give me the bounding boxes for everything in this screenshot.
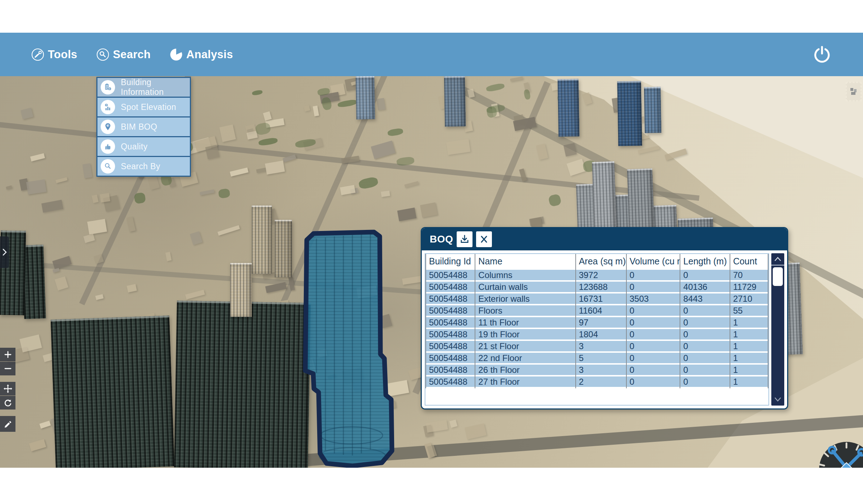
table-cell: 5 <box>576 353 626 365</box>
map-decor <box>340 185 355 195</box>
map-decor <box>295 138 316 148</box>
table-cell: 50054488 <box>426 376 475 388</box>
map-decor <box>19 178 29 191</box>
bottom-margin <box>0 468 863 504</box>
map-decor <box>148 176 160 190</box>
map-decor <box>41 200 63 213</box>
map-decor <box>420 203 437 218</box>
map-decor <box>35 258 43 272</box>
thumbs-up-icon <box>101 139 115 154</box>
menu-item-spot-elevation[interactable]: Spot Elevation <box>97 98 190 116</box>
map-decor <box>82 163 92 179</box>
table-cell: 0 <box>680 341 729 353</box>
map-decor <box>560 116 567 131</box>
table-cell: 11604 <box>576 305 626 317</box>
map-decor <box>56 177 68 183</box>
table-row[interactable]: 50054488Curtain walls12368804013611729 <box>426 282 768 293</box>
rotate-button[interactable] <box>0 396 15 410</box>
map-decor <box>284 392 291 399</box>
extent-grid-glyph <box>850 87 858 96</box>
map-decor <box>464 120 473 132</box>
table-cell: 55 <box>730 305 768 317</box>
table-cell: 0 <box>627 365 680 376</box>
map-decor <box>519 168 527 181</box>
map-decor <box>381 190 390 197</box>
map-decor <box>288 277 295 291</box>
pan-button[interactable] <box>0 382 15 396</box>
pan-icon <box>3 384 13 393</box>
table-row[interactable]: 50054488Exterior walls16731350384432710 <box>426 293 768 305</box>
map-decor <box>402 276 421 285</box>
sidebar-collapse-tab[interactable] <box>0 236 9 268</box>
table-row[interactable]: 5005448822 nd Floor5001 <box>426 353 768 365</box>
map-decor <box>376 98 386 110</box>
nav-item-analysis[interactable]: Analysis <box>169 48 233 61</box>
map-decor <box>665 148 687 160</box>
map-decor <box>282 154 296 163</box>
map-decor <box>444 76 466 126</box>
map-decor <box>638 146 659 154</box>
map-decor <box>219 125 236 142</box>
table-cell: 0 <box>627 376 680 388</box>
map-decor <box>486 83 505 92</box>
map-decor <box>467 89 475 98</box>
table-row[interactable]: 5005448827 th Floor2001 <box>426 376 768 388</box>
scroll-down-button[interactable] <box>771 393 784 406</box>
map-decor <box>134 192 146 204</box>
map-decor <box>353 380 370 392</box>
compass-navigator[interactable] <box>817 435 863 468</box>
map-decor <box>404 181 419 188</box>
nav-label: Analysis <box>186 48 233 61</box>
map-decor <box>304 105 310 111</box>
table-cell: 0 <box>680 329 729 341</box>
map-decor <box>148 355 164 365</box>
menu-item-search-by[interactable]: Search By <box>97 157 190 176</box>
table-row[interactable]: 5005448819 th Floor1804001 <box>426 329 768 341</box>
table-cell: 26 th Floor <box>475 365 575 376</box>
table-cell: 40136 <box>680 282 729 293</box>
table-row[interactable]: 50054488Columns39720070 <box>426 270 768 282</box>
map-decor <box>486 106 498 118</box>
nav-item-search[interactable]: Search <box>96 48 151 61</box>
table-cell: 16731 <box>576 293 626 305</box>
table-cell: 8443 <box>680 293 729 305</box>
map-decor <box>247 128 254 135</box>
table-row[interactable]: 5005448811 th Floor97001 <box>426 317 768 329</box>
map-decor <box>389 401 396 409</box>
map-decor <box>427 445 437 458</box>
table-cell: 2 <box>576 376 626 388</box>
menu-item-bim-boq[interactable]: BIM BOQ <box>97 117 190 136</box>
close-button[interactable] <box>476 231 492 247</box>
menu-item-label: Quality <box>121 142 147 152</box>
table-row[interactable]: 50054488Floors116040055 <box>426 305 768 317</box>
table-cell: 1 <box>730 353 768 365</box>
table-row[interactable]: 5005448826 th Floor3001 <box>426 365 768 376</box>
extent-selector-icon[interactable] <box>846 82 862 101</box>
boq-scrollbar[interactable] <box>771 253 784 406</box>
map-decor <box>261 76 392 348</box>
table-cell: 1 <box>730 376 768 388</box>
table-cell: 123688 <box>576 282 626 293</box>
map-decor <box>635 135 650 141</box>
tools-menu: Building Information Spot Elevation <box>96 77 191 177</box>
map-decor <box>127 284 137 293</box>
map-decor <box>524 89 531 100</box>
map-decor <box>55 329 73 339</box>
table-row[interactable]: 5005448821 st Floor3001 <box>426 341 768 353</box>
nav-item-tools[interactable]: Tools <box>31 48 77 61</box>
download-button[interactable] <box>457 231 472 247</box>
map-decor <box>557 94 565 105</box>
scroll-up-button[interactable] <box>771 253 784 265</box>
zoom-in-button[interactable] <box>0 348 15 361</box>
power-button[interactable] <box>813 45 831 64</box>
scroll-thumb[interactable] <box>773 267 783 286</box>
menu-item-quality[interactable]: Quality <box>97 137 190 156</box>
map-viewport[interactable]: Building Information Spot Elevation <box>0 76 863 468</box>
sketch-button[interactable] <box>0 416 15 432</box>
boq-panel-header[interactable]: BOQ <box>422 228 787 250</box>
menu-item-building-information[interactable]: Building Information <box>97 78 190 97</box>
map-decor <box>262 272 278 279</box>
map-decor <box>92 195 99 203</box>
zoom-out-button[interactable] <box>0 362 15 375</box>
map-decor <box>397 208 416 221</box>
